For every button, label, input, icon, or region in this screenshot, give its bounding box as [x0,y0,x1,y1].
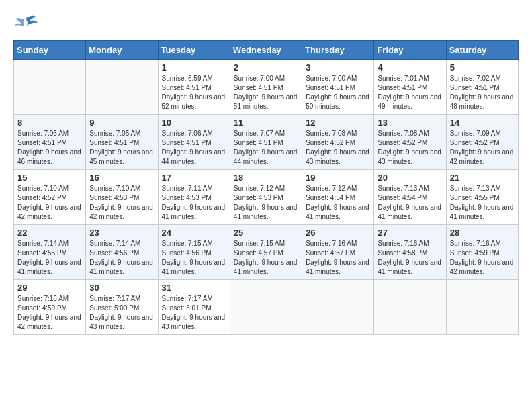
day-number: 23 [89,228,154,238]
day-number: 31 [162,283,226,293]
page-header [13,13,519,34]
calendar-cell: 1 Sunrise: 6:59 AMSunset: 4:51 PMDayligh… [158,60,230,115]
day-info: Sunrise: 7:17 AMSunset: 5:01 PMDaylight:… [162,294,226,332]
day-info: Sunrise: 7:05 AMSunset: 4:51 PMDaylight:… [17,129,82,167]
day-info: Sunrise: 7:16 AMSunset: 4:59 PMDaylight:… [450,239,515,277]
calendar-week-3: 15 Sunrise: 7:10 AMSunset: 4:52 PMDaylig… [14,170,519,225]
day-info: Sunrise: 7:00 AMSunset: 4:51 PMDaylight:… [306,74,370,111]
calendar-cell: 31 Sunrise: 7:17 AMSunset: 5:01 PMDaylig… [158,280,230,335]
calendar-cell [374,280,446,335]
calendar-cell: 2 Sunrise: 7:00 AMSunset: 4:51 PMDayligh… [230,60,302,115]
day-info: Sunrise: 7:09 AMSunset: 4:52 PMDaylight:… [450,129,515,167]
day-number: 14 [450,118,515,128]
calendar-week-2: 8 Sunrise: 7:05 AMSunset: 4:51 PMDayligh… [14,115,519,170]
column-header-sunday: Sunday [14,41,86,60]
day-info: Sunrise: 7:16 AMSunset: 4:57 PMDaylight:… [306,239,370,277]
day-info: Sunrise: 7:01 AMSunset: 4:51 PMDaylight:… [378,74,442,111]
calendar-cell: 9 Sunrise: 7:05 AMSunset: 4:51 PMDayligh… [86,115,158,170]
day-info: Sunrise: 6:59 AMSunset: 4:51 PMDaylight:… [162,74,226,111]
column-header-monday: Monday [86,41,158,60]
calendar-cell: 25 Sunrise: 7:15 AMSunset: 4:57 PMDaylig… [230,225,302,280]
calendar-table: SundayMondayTuesdayWednesdayThursdayFrid… [13,40,519,335]
day-number: 30 [89,283,154,293]
calendar-cell [14,60,86,115]
column-header-friday: Friday [374,41,446,60]
calendar-week-5: 29 Sunrise: 7:16 AMSunset: 4:59 PMDaylig… [14,280,519,335]
day-info: Sunrise: 7:10 AMSunset: 4:53 PMDaylight:… [89,184,154,222]
day-number: 20 [378,173,442,183]
calendar-cell [302,280,374,335]
day-info: Sunrise: 7:16 AMSunset: 4:59 PMDaylight:… [17,294,82,332]
logo-icon [13,13,38,34]
calendar-cell: 8 Sunrise: 7:05 AMSunset: 4:51 PMDayligh… [14,115,86,170]
column-header-thursday: Thursday [302,41,374,60]
column-header-tuesday: Tuesday [158,41,230,60]
calendar-cell [230,280,302,335]
calendar-cell: 26 Sunrise: 7:16 AMSunset: 4:57 PMDaylig… [302,225,374,280]
calendar-cell: 21 Sunrise: 7:13 AMSunset: 4:55 PMDaylig… [446,170,518,225]
day-number: 13 [378,118,442,128]
calendar-cell: 16 Sunrise: 7:10 AMSunset: 4:53 PMDaylig… [86,170,158,225]
day-number: 25 [234,228,298,238]
calendar-cell: 19 Sunrise: 7:12 AMSunset: 4:54 PMDaylig… [302,170,374,225]
calendar-week-4: 22 Sunrise: 7:14 AMSunset: 4:55 PMDaylig… [14,225,519,280]
day-number: 27 [378,228,442,238]
day-info: Sunrise: 7:08 AMSunset: 4:52 PMDaylight:… [306,129,370,167]
day-info: Sunrise: 7:12 AMSunset: 4:54 PMDaylight:… [306,184,370,222]
day-info: Sunrise: 7:16 AMSunset: 4:58 PMDaylight:… [378,239,442,277]
day-number: 28 [450,228,515,238]
day-number: 1 [162,62,226,73]
day-info: Sunrise: 7:15 AMSunset: 4:56 PMDaylight:… [162,239,226,277]
calendar-cell: 29 Sunrise: 7:16 AMSunset: 4:59 PMDaylig… [14,280,86,335]
day-info: Sunrise: 7:15 AMSunset: 4:57 PMDaylight:… [234,239,298,277]
calendar-cell: 4 Sunrise: 7:01 AMSunset: 4:51 PMDayligh… [374,60,446,115]
day-number: 10 [162,118,226,128]
calendar-cell: 23 Sunrise: 7:14 AMSunset: 4:56 PMDaylig… [86,225,158,280]
day-info: Sunrise: 7:11 AMSunset: 4:53 PMDaylight:… [162,184,226,222]
day-info: Sunrise: 7:05 AMSunset: 4:51 PMDaylight:… [89,129,154,167]
calendar-cell: 28 Sunrise: 7:16 AMSunset: 4:59 PMDaylig… [446,225,518,280]
day-info: Sunrise: 7:14 AMSunset: 4:56 PMDaylight:… [89,239,154,277]
day-info: Sunrise: 7:12 AMSunset: 4:53 PMDaylight:… [234,184,298,222]
day-info: Sunrise: 7:00 AMSunset: 4:51 PMDaylight:… [234,74,298,111]
day-number: 18 [234,173,298,183]
calendar-cell: 17 Sunrise: 7:11 AMSunset: 4:53 PMDaylig… [158,170,230,225]
day-info: Sunrise: 7:17 AMSunset: 5:00 PMDaylight:… [89,294,154,332]
day-info: Sunrise: 7:14 AMSunset: 4:55 PMDaylight:… [17,239,82,277]
calendar-cell: 27 Sunrise: 7:16 AMSunset: 4:58 PMDaylig… [374,225,446,280]
calendar-cell: 12 Sunrise: 7:08 AMSunset: 4:52 PMDaylig… [302,115,374,170]
day-info: Sunrise: 7:08 AMSunset: 4:52 PMDaylight:… [378,129,442,167]
day-number: 2 [234,62,298,73]
day-info: Sunrise: 7:02 AMSunset: 4:51 PMDaylight:… [450,74,515,111]
day-number: 4 [378,62,442,73]
calendar-header-row: SundayMondayTuesdayWednesdayThursdayFrid… [14,41,519,60]
day-number: 9 [89,118,154,128]
calendar-week-1: 1 Sunrise: 6:59 AMSunset: 4:51 PMDayligh… [14,60,519,115]
calendar-cell: 13 Sunrise: 7:08 AMSunset: 4:52 PMDaylig… [374,115,446,170]
calendar-cell: 24 Sunrise: 7:15 AMSunset: 4:56 PMDaylig… [158,225,230,280]
day-number: 24 [162,228,226,238]
day-number: 11 [234,118,298,128]
day-number: 21 [450,173,515,183]
calendar-cell: 15 Sunrise: 7:10 AMSunset: 4:52 PMDaylig… [14,170,86,225]
logo [13,13,40,34]
column-header-wednesday: Wednesday [230,41,302,60]
calendar-cell: 5 Sunrise: 7:02 AMSunset: 4:51 PMDayligh… [446,60,518,115]
day-number: 15 [17,173,82,183]
day-number: 5 [450,62,515,73]
calendar-cell: 11 Sunrise: 7:07 AMSunset: 4:51 PMDaylig… [230,115,302,170]
day-info: Sunrise: 7:10 AMSunset: 4:52 PMDaylight:… [17,184,82,222]
calendar-cell: 20 Sunrise: 7:13 AMSunset: 4:54 PMDaylig… [374,170,446,225]
calendar-cell: 18 Sunrise: 7:12 AMSunset: 4:53 PMDaylig… [230,170,302,225]
day-number: 12 [306,118,370,128]
day-number: 19 [306,173,370,183]
day-info: Sunrise: 7:06 AMSunset: 4:51 PMDaylight:… [162,129,226,167]
day-number: 8 [17,118,82,128]
day-number: 3 [306,62,370,73]
column-header-saturday: Saturday [446,41,518,60]
calendar-cell: 22 Sunrise: 7:14 AMSunset: 4:55 PMDaylig… [14,225,86,280]
day-info: Sunrise: 7:13 AMSunset: 4:54 PMDaylight:… [378,184,442,222]
day-number: 26 [306,228,370,238]
day-number: 16 [89,173,154,183]
day-number: 17 [162,173,226,183]
